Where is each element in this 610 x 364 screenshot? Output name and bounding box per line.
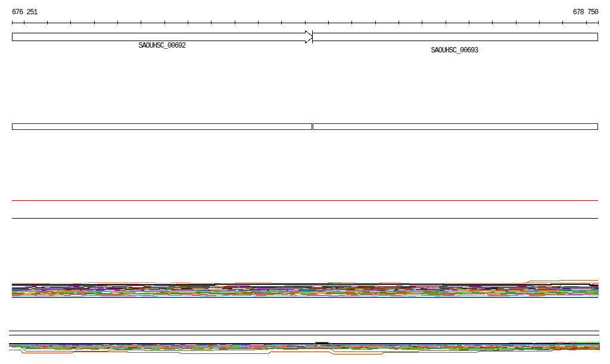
svg-text:676 251: 676 251 (12, 8, 38, 17)
svg-text:678 750: 678 750 (573, 8, 599, 17)
svg-text:SAOUHSC_00693: SAOUHSC_00693 (431, 46, 479, 55)
svg-text:SAOUHSC_00692: SAOUHSC_00692 (139, 42, 186, 50)
